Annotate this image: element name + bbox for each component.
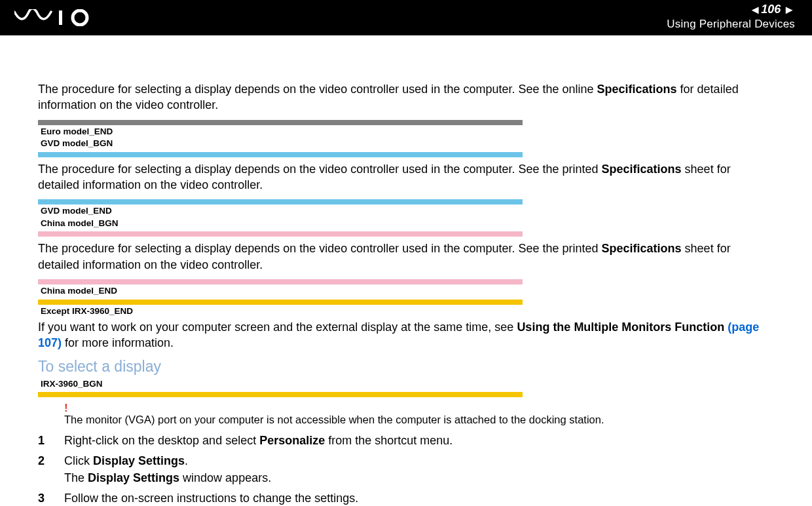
divider-blue <box>38 199 523 204</box>
svg-point-1 <box>73 10 87 25</box>
text: Follow the on-screen instructions to cha… <box>64 492 358 505</box>
page-header: ◄ 106 ► Using Peripheral Devices <box>0 0 812 35</box>
text-bold: Display Settings <box>88 471 179 484</box>
text: Click <box>64 454 93 467</box>
text: Right-click on the desktop and select <box>64 434 259 447</box>
text: The procedure for selecting a display de… <box>38 83 597 96</box>
step-3: 3 Follow the on-screen instructions to c… <box>38 490 774 506</box>
step-number: 3 <box>38 490 64 506</box>
svg-rect-0 <box>59 10 62 25</box>
tag-irx-bgn: IRX-3960_BGN <box>41 378 774 390</box>
model-block-irx-bgn: IRX-3960_BGN <box>38 378 774 398</box>
text: window appears. <box>179 471 271 484</box>
tag-gvd-end: GVD model_END <box>41 205 774 217</box>
tag-china-end: China model_END <box>41 285 774 297</box>
step-body: Follow the on-screen instructions to cha… <box>64 490 774 506</box>
gvd-paragraph: The procedure for selecting a display de… <box>38 161 774 193</box>
section-title: Using Peripheral Devices <box>667 18 795 31</box>
warning-note: ! The monitor (VGA) port on your compute… <box>64 402 774 426</box>
model-block-gvd-china: GVD model_END China model_BGN <box>38 199 774 237</box>
step-body: Click Display Settings. The Display Sett… <box>64 453 774 486</box>
text-bold: Display Settings <box>93 454 185 467</box>
text-bold: Specifications <box>602 242 682 255</box>
multimon-paragraph: If you want to work on your computer scr… <box>38 319 774 351</box>
text-bold: Specifications <box>597 83 677 96</box>
page-nav: ◄ 106 ► <box>667 3 795 16</box>
tag-except-irx-end: Except IRX-3960_END <box>41 305 774 317</box>
procedure-heading: To select a display <box>38 358 774 376</box>
text: for more information. <box>62 336 174 349</box>
text: The procedure for selecting a display de… <box>38 163 602 176</box>
model-block-euro-gvd: Euro model_END GVD model_BGN <box>38 120 774 157</box>
step-1: 1 Right-click on the desktop and select … <box>38 433 774 449</box>
step-number: 2 <box>38 453 64 486</box>
header-meta: ◄ 106 ► Using Peripheral Devices <box>667 3 795 31</box>
text: The <box>64 471 88 484</box>
divider-pink <box>38 279 523 284</box>
text-bold: Personalize <box>259 434 325 447</box>
intro-paragraph: The procedure for selecting a display de… <box>38 81 774 113</box>
page-number: 106 <box>761 3 781 16</box>
tag-euro-end: Euro model_END <box>41 126 774 138</box>
text: from the shortcut menu. <box>325 434 452 447</box>
text: . <box>185 454 188 467</box>
divider-gold <box>38 300 523 305</box>
page-content: The procedure for selecting a display de… <box>0 35 812 506</box>
text: If you want to work on your computer scr… <box>38 321 517 334</box>
text-bold: Specifications <box>602 163 682 176</box>
china-paragraph: The procedure for selecting a display de… <box>38 241 774 273</box>
step-body: Right-click on the desktop and select Pe… <box>64 433 774 449</box>
text-bold: Using the Multiple Monitors Function <box>517 321 724 334</box>
model-block-china-irx: China model_END Except IRX-3960_END <box>38 279 774 317</box>
divider-blue <box>38 152 523 157</box>
step-2: 2 Click Display Settings. The Display Se… <box>38 453 774 486</box>
warning-text: The monitor (VGA) port on your computer … <box>64 414 774 426</box>
text: The procedure for selecting a display de… <box>38 242 602 255</box>
next-page-icon[interactable]: ► <box>783 4 795 16</box>
warning-icon: ! <box>64 402 774 414</box>
divider-gold <box>38 392 523 397</box>
prev-page-icon[interactable]: ◄ <box>749 4 758 16</box>
vaio-logo <box>14 9 93 26</box>
tag-china-bgn: China model_BGN <box>41 218 774 229</box>
divider-gray <box>38 120 523 125</box>
step-number: 1 <box>38 433 64 449</box>
tag-gvd-bgn: GVD model_BGN <box>41 138 774 149</box>
divider-pink <box>38 231 523 237</box>
